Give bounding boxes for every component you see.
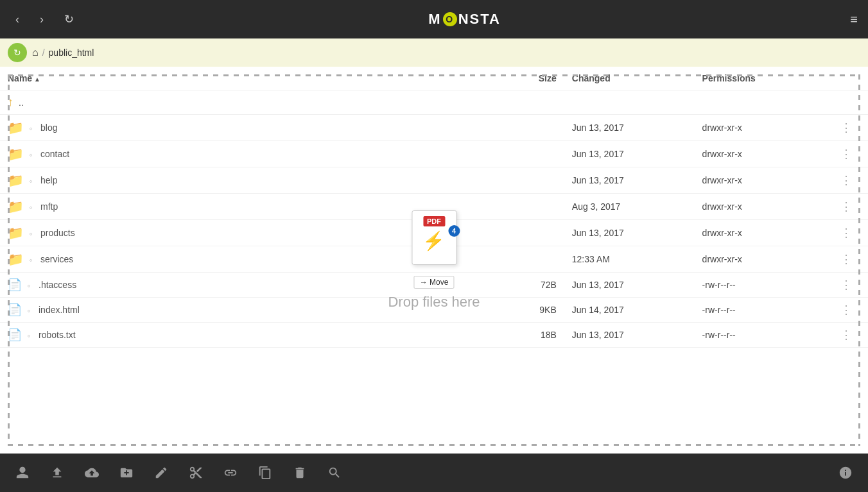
action-menu-dots[interactable]: ⋮ bbox=[840, 148, 852, 160]
cut-button[interactable] bbox=[186, 463, 205, 482]
file-perms-cell bbox=[695, 90, 825, 115]
folder-icon: 📁 bbox=[8, 120, 24, 135]
file-name[interactable]: contact bbox=[40, 149, 69, 159]
logo-m: M bbox=[428, 11, 441, 28]
copy-button[interactable] bbox=[256, 463, 275, 482]
file-changed-cell: Aug 3, 2017 bbox=[564, 194, 695, 220]
action-menu-dots[interactable]: ⋮ bbox=[840, 174, 852, 187]
table-row[interactable]: ↑ .. bbox=[0, 90, 868, 115]
logo-o: O bbox=[443, 12, 457, 26]
forward-button[interactable]: › bbox=[35, 10, 49, 29]
col-header-size[interactable]: Size bbox=[478, 67, 564, 90]
action-menu-dots[interactable]: ⋮ bbox=[840, 121, 852, 134]
file-name[interactable]: .. bbox=[19, 98, 24, 108]
file-changed-cell: Jun 13, 2017 bbox=[564, 273, 695, 298]
file-size-cell: 72B bbox=[478, 273, 564, 298]
file-actions-cell: ⋮ bbox=[824, 167, 868, 194]
back-button[interactable]: ‹ bbox=[10, 10, 24, 29]
action-menu-dots[interactable]: ⋮ bbox=[840, 226, 852, 239]
file-icon-wrapper: ↑ .. bbox=[8, 96, 24, 109]
col-header-actions bbox=[824, 67, 868, 90]
file-perms-cell: drwxr-xr-x bbox=[695, 194, 825, 220]
file-changed-cell: Jun 14, 2017 bbox=[564, 298, 695, 323]
table-row[interactable]: 📄 ⬦ robots.txt 18B Jun 13, 2017 -rw-r--r… bbox=[0, 323, 868, 348]
file-icon-wrapper: 📄 ⬦ robots.txt bbox=[8, 328, 76, 342]
col-header-permissions[interactable]: Permissions bbox=[695, 67, 825, 90]
code-file-icon: 📄 bbox=[8, 303, 22, 317]
breadcrumb-refresh-button[interactable]: ↻ bbox=[8, 43, 27, 62]
file-perms-cell: drwxr-xr-x bbox=[695, 141, 825, 167]
delete-button[interactable] bbox=[290, 463, 309, 482]
edit-button[interactable] bbox=[152, 463, 171, 482]
search-button[interactable] bbox=[325, 463, 344, 482]
expand-dot: ⬦ bbox=[29, 203, 33, 210]
table-row[interactable]: 📁 ⬦ services 12:33 AM drwxr-xr-x ⋮ bbox=[0, 246, 868, 273]
file-name[interactable]: products bbox=[40, 228, 75, 238]
file-size-cell bbox=[478, 115, 564, 141]
file-name[interactable]: .htaccess bbox=[39, 280, 76, 290]
file-actions-cell: ⋮ bbox=[824, 141, 868, 167]
file-actions-cell: ⋮ bbox=[824, 194, 868, 220]
file-perms-cell: drwxr-xr-x bbox=[695, 220, 825, 246]
folder-icon: 📁 bbox=[8, 146, 24, 162]
file-changed-cell bbox=[564, 90, 695, 115]
file-table-scroll[interactable]: Name Size Changed Permissions ↑ .. bbox=[0, 67, 868, 348]
logo-nsta: NSTA bbox=[458, 11, 501, 28]
col-header-name[interactable]: Name bbox=[0, 67, 478, 90]
upload-user-button[interactable] bbox=[13, 463, 32, 482]
file-actions-cell: ⋮ bbox=[824, 298, 868, 323]
file-size-cell bbox=[478, 220, 564, 246]
file-name[interactable]: blog bbox=[40, 123, 57, 133]
file-changed-cell: Jun 13, 2017 bbox=[564, 115, 695, 141]
file-actions-cell bbox=[824, 90, 868, 115]
folder-icon: 📁 bbox=[8, 251, 24, 267]
upload-cloud-button[interactable] bbox=[82, 463, 101, 482]
info-button[interactable] bbox=[836, 463, 855, 482]
file-changed-cell: Jun 13, 2017 bbox=[564, 220, 695, 246]
file-name[interactable]: mftp bbox=[40, 201, 58, 212]
file-perms-cell: drwxr-xr-x bbox=[695, 167, 825, 194]
nav-left: ‹ › ↻ bbox=[10, 10, 79, 29]
col-header-changed[interactable]: Changed bbox=[564, 67, 695, 90]
new-folder-button[interactable] bbox=[117, 463, 136, 482]
file-changed-cell: Jun 13, 2017 bbox=[564, 323, 695, 348]
file-name[interactable]: services bbox=[40, 254, 73, 264]
refresh-button[interactable]: ↻ bbox=[59, 10, 79, 29]
file-changed-cell: Jun 13, 2017 bbox=[564, 167, 695, 194]
upload-file-button[interactable] bbox=[48, 463, 67, 482]
file-perms-cell: drwxr-xr-x bbox=[695, 246, 825, 273]
file-size-cell: 18B bbox=[478, 323, 564, 348]
table-row[interactable]: 📄 ⬦ .htaccess 72B Jun 13, 2017 -rw-r--r-… bbox=[0, 273, 868, 298]
top-navigation: ‹ › ↻ MONSTA ≡ bbox=[0, 0, 868, 38]
folder-icon: 📁 bbox=[8, 173, 24, 188]
file-actions-cell: ⋮ bbox=[824, 323, 868, 348]
file-name[interactable]: help bbox=[40, 175, 57, 185]
file-name-cell: 📄 ⬦ index.html bbox=[0, 298, 478, 323]
table-row[interactable]: 📁 ⬦ help Jun 13, 2017 drwxr-xr-x ⋮ bbox=[0, 167, 868, 194]
file-icon-wrapper: 📄 ⬦ .htaccess bbox=[8, 278, 76, 292]
table-row[interactable]: 📁 ⬦ blog Jun 13, 2017 drwxr-xr-x ⋮ bbox=[0, 115, 868, 141]
action-menu-dots[interactable]: ⋮ bbox=[840, 200, 852, 213]
link-button[interactable] bbox=[221, 463, 240, 482]
file-manager-main: PDF 4 ⚡ → Move Drop files here Name Size… bbox=[0, 67, 868, 454]
table-row[interactable]: 📁 ⬦ products Jun 13, 2017 drwxr-xr-x ⋮ bbox=[0, 220, 868, 246]
action-menu-dots[interactable]: ⋮ bbox=[840, 278, 852, 291]
file-icon-wrapper: 📁 ⬦ mftp bbox=[8, 199, 58, 214]
action-menu-dots[interactable]: ⋮ bbox=[840, 328, 852, 341]
breadcrumb-separator: / bbox=[42, 47, 45, 58]
breadcrumb-bar: ↻ ⌂ / public_html bbox=[0, 38, 868, 67]
table-row[interactable]: 📁 ⬦ mftp Aug 3, 2017 drwxr-xr-x ⋮ bbox=[0, 194, 868, 220]
breadcrumb: ⌂ / public_html bbox=[32, 47, 94, 58]
file-size-cell bbox=[478, 141, 564, 167]
file-name[interactable]: robots.txt bbox=[39, 330, 76, 340]
table-row[interactable]: 📄 ⬦ index.html 9KB Jun 14, 2017 -rw-r--r… bbox=[0, 298, 868, 323]
home-icon[interactable]: ⌂ bbox=[32, 47, 39, 58]
expand-dot: ⬦ bbox=[29, 124, 33, 131]
action-menu-dots[interactable]: ⋮ bbox=[840, 303, 852, 316]
hamburger-menu-button[interactable]: ≡ bbox=[850, 12, 858, 27]
table-row[interactable]: 📁 ⬦ contact Jun 13, 2017 drwxr-xr-x ⋮ bbox=[0, 141, 868, 167]
file-name[interactable]: index.html bbox=[39, 305, 80, 315]
file-name-cell: 📄 ⬦ .htaccess bbox=[0, 273, 478, 298]
action-menu-dots[interactable]: ⋮ bbox=[840, 253, 852, 266]
file-table: Name Size Changed Permissions ↑ .. bbox=[0, 67, 868, 348]
